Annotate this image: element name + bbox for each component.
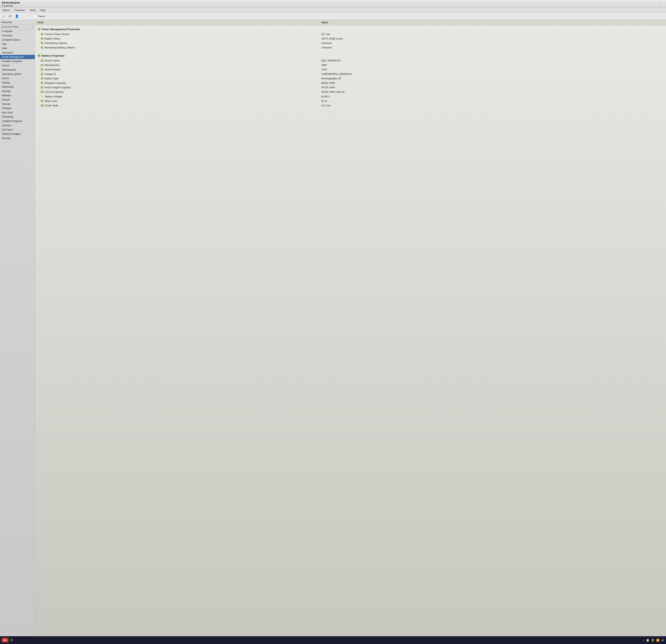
toolbar-home-button[interactable]: ⌂ <box>2 14 6 19</box>
leaf-icon: 🌿 <box>40 86 43 89</box>
spacer-row <box>35 108 666 110</box>
leaf-icon: 🌿 <box>40 90 43 93</box>
sidebar-item-portable-computer[interactable]: Portable Computer <box>0 59 35 64</box>
main-content: Favorites v6.25.5414 Beta ▲ ComputerSumm… <box>0 20 666 636</box>
taskbar-right: ∧ 📋 🔋 📶 🔊 <box>643 639 664 642</box>
toolbar-chart-button[interactable]: 📈 <box>22 14 28 19</box>
taskbar: 64 ⚙ ∧ 📋 🔋 📶 🔊 <box>0 636 666 644</box>
field-label: Full Battery Lifetime <box>45 42 67 44</box>
leaf-icon: 🌿 <box>40 77 43 80</box>
col-value: Value <box>319 20 666 25</box>
sidebar-item-file-types[interactable]: File Types <box>0 128 35 132</box>
minimize-button[interactable]: — <box>659 1 664 4</box>
taskbar-volume-icon: 🔊 <box>661 639 664 642</box>
menu-report[interactable]: Report <box>2 8 11 12</box>
table-row: 🌿Battery TypeRechargeable LiP <box>35 76 666 81</box>
field-value: Unknown <box>319 41 666 45</box>
field-value: 1165SMPDELL DM3WC64 <box>319 72 666 76</box>
table-row: 🌿ManufacturerSMP <box>35 63 666 67</box>
table-row: 🌿Unique ID1165SMPDELL DM3WC64 <box>35 72 666 76</box>
toolbar-refresh-button[interactable]: ↺ <box>7 14 12 19</box>
taskbar-gear-icon[interactable]: ⚙ <box>10 638 13 642</box>
leaf-icon: 🌿 <box>40 68 43 71</box>
sidebar-items-container: ComputerSummaryComputer NameDMIIPMIOverc… <box>0 29 35 140</box>
sidebar-item-storage[interactable]: Storage <box>0 89 35 93</box>
report-label: Report <box>38 15 46 18</box>
field-value: 34702 mWh <box>319 85 666 90</box>
sidebar-item-power-management[interactable]: Power Management <box>0 55 35 59</box>
sidebar-item-licenses[interactable]: Licenses <box>0 123 35 128</box>
section-leaf-icon: 🌿 <box>37 28 41 31</box>
section-title-battery-properties: Battery Properties <box>42 54 65 57</box>
data-table: Field Value 🌿Power Management Properties… <box>35 20 666 110</box>
field-label: Unique ID <box>45 73 56 75</box>
table-row: 🌿Remaining Battery LifetimeUnknown <box>35 45 666 50</box>
taskbar-battery-icon: 🔋 <box>651 639 654 642</box>
leaf-icon: 🌿 <box>40 37 43 40</box>
field-value: 8.426 V <box>319 94 666 99</box>
sidebar-item-auto-start[interactable]: Auto Start <box>0 110 35 115</box>
table-row: 🌿Device NameDELL DM3WC64 <box>35 58 666 63</box>
field-value: AC Line <box>319 32 666 36</box>
field-label: Designed Capacity <box>45 82 66 84</box>
sidebar-item-computer-name[interactable]: Computer Name <box>0 38 35 42</box>
col-field: Field <box>35 20 319 25</box>
table-row: 🌿Current Capacity34702 mWh (100 %) <box>35 90 666 94</box>
title-area: Активация 4 Extreme — <box>0 0 666 8</box>
table-row: 🌿Wear Level42 % <box>35 99 666 103</box>
section-header-power-management-properties: 🌿Power Management Properties <box>35 25 666 32</box>
table-row: 🌿Current Power SourceAC Line <box>35 32 666 36</box>
sidebar-item-motherboard[interactable]: Motherboard <box>0 68 35 72</box>
sidebar-item-display[interactable]: Display <box>0 80 35 85</box>
menu-favorites[interactable]: Favorites <box>14 8 26 12</box>
field-label: Current Power Source <box>45 33 70 36</box>
field-label: Power State <box>45 104 58 107</box>
field-label: Device Name <box>45 59 60 62</box>
section-header-battery-properties: 🌿Battery Properties <box>35 52 666 58</box>
field-value: Unknown <box>319 45 666 50</box>
leaf-icon: 🌿 <box>40 64 43 67</box>
app-title: 4 Extreme <box>2 4 20 7</box>
sidebar-version: v6.25.5414 Beta ▲ <box>0 25 35 29</box>
leaf-icon: 🌿 <box>40 73 43 75</box>
leaf-icon: 🌿 <box>40 59 43 62</box>
sidebar-item-overclock[interactable]: Overclock <box>0 51 35 55</box>
field-value: 1165 <box>319 67 666 72</box>
sidebar-item-summary[interactable]: Summary <box>0 33 35 38</box>
sidebar-item-computer[interactable]: Computer <box>0 29 35 33</box>
sidebar-item-devices[interactable]: Devices <box>0 102 35 106</box>
field-label: Remaining Battery Lifetime <box>45 46 75 49</box>
taskbar-left: 64 ⚙ <box>2 638 13 642</box>
taskbar-clipboard-icon: 📋 <box>646 639 649 642</box>
toolbar-report-button[interactable]: 📄 Report <box>33 14 47 18</box>
sidebar-item-ipmi[interactable]: IPMI <box>0 46 35 51</box>
menu-tools[interactable]: Tools <box>29 8 36 12</box>
sidebar-item-sensor[interactable]: Sensor <box>0 64 35 68</box>
taskbar-app-badge[interactable]: 64 <box>2 638 8 642</box>
toolbar: ⌂ ↺ 👤 📈 📄 Report <box>0 13 666 20</box>
field-value: AC Line <box>319 103 666 108</box>
taskbar-chevron-icon[interactable]: ∧ <box>643 639 644 642</box>
sidebar-item-installed-programs[interactable]: Installed Programs <box>0 119 35 123</box>
sidebar-item-scheduled[interactable]: Scheduled <box>0 115 35 119</box>
main-panel: Field Value 🌿Power Management Properties… <box>35 20 666 636</box>
table-row: 🌿Power StateAC Line <box>35 103 666 108</box>
sidebar-item-directx[interactable]: DirectX <box>0 97 35 102</box>
sidebar-item-operating-system[interactable]: Operating System <box>0 72 35 76</box>
leaf-icon: 🌿 <box>40 104 43 107</box>
menu-help[interactable]: Help <box>39 8 46 12</box>
sidebar-item-desktop-gadgets[interactable]: Desktop Gadgets <box>0 132 35 136</box>
window-title: Активация <box>2 1 20 4</box>
sidebar-item-server[interactable]: Server <box>0 76 35 80</box>
sidebar-item-software[interactable]: Software <box>0 106 35 110</box>
sidebar-item-dmi[interactable]: DMI <box>0 42 35 46</box>
toolbar-user-button[interactable]: 👤 <box>14 14 20 19</box>
sidebar-item-multimedia[interactable]: Multimedia <box>0 85 35 89</box>
field-value: 100 % (High Level) <box>319 36 666 41</box>
sidebar: Favorites v6.25.5414 Beta ▲ ComputerSumm… <box>0 20 35 636</box>
field-value: Rechargeable LiP <box>319 76 666 81</box>
field-label: Serial Number <box>45 68 61 71</box>
sidebar-item-security[interactable]: Security <box>0 136 35 140</box>
table-row: 🌿Battery Status100 % (High Level) <box>35 36 666 41</box>
sidebar-item-network[interactable]: Network <box>0 93 35 97</box>
